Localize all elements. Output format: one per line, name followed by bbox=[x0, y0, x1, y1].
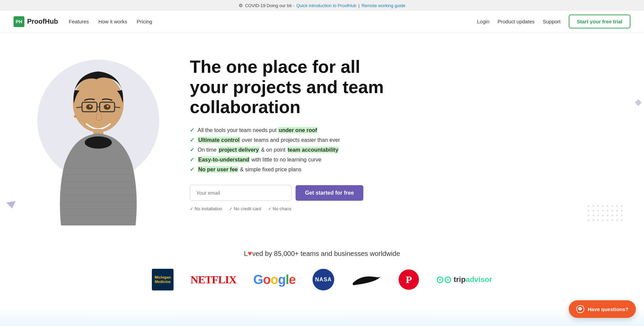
highlight-team-accountability: team accountability bbox=[287, 147, 339, 153]
no-installation: ✓ No installation bbox=[190, 206, 222, 211]
person-illustration bbox=[34, 63, 163, 229]
email-input[interactable] bbox=[190, 185, 291, 201]
nav-product-updates[interactable]: Product updates bbox=[498, 19, 535, 24]
social-proof-section: L♥ved by 85,000+ teams and businesses wo… bbox=[0, 236, 644, 307]
hero-title: The one place for all your projects and … bbox=[190, 57, 393, 117]
highlight-easy-to-understand: Easy-to-understand bbox=[198, 156, 250, 163]
cta-row: Get started for free bbox=[190, 185, 617, 201]
logos-row: MichiganMedicine NETFLIX Google NASA bbox=[7, 269, 637, 290]
highlight-no-per-user-fee: No per user fee bbox=[198, 166, 238, 173]
logo-tripadvisor: ⊙⊙ tripadvisor bbox=[436, 274, 492, 285]
check-icon-4: ✓ bbox=[190, 156, 194, 163]
highlight-ultimate-control: Ultimate control bbox=[198, 137, 240, 143]
get-started-button[interactable]: Get started for free bbox=[296, 185, 363, 201]
hero-image-side bbox=[27, 53, 169, 229]
chat-label: Have questions? bbox=[588, 306, 628, 312]
nav-links: Features How it works Pricing bbox=[69, 19, 152, 25]
svg-point-20 bbox=[74, 115, 77, 118]
logo-nasa: NASA bbox=[313, 269, 334, 290]
banner-text: COVID-19 Doing our bit - bbox=[245, 3, 294, 8]
logo-pinterest: P bbox=[399, 269, 419, 290]
check-icon-2: ✓ bbox=[190, 137, 194, 143]
banner-separator: | bbox=[358, 3, 359, 8]
no-credit-card: ✓ No credit card bbox=[229, 206, 261, 211]
feature-text-3: On time project delivery & on point team… bbox=[198, 147, 339, 153]
hero-content: The one place for all your projects and … bbox=[169, 57, 617, 225]
gear-icon: ⚙ bbox=[239, 3, 243, 8]
check-icon-3: ✓ bbox=[190, 147, 194, 153]
deco-dots bbox=[588, 205, 624, 222]
logo-text: ProofHub bbox=[27, 18, 58, 25]
chat-bubble[interactable]: 💬 Have questions? bbox=[569, 300, 636, 318]
hero-person bbox=[27, 60, 169, 229]
feature-item-2: ✓ Ultimate control over teams and projec… bbox=[190, 137, 617, 143]
banner-link1[interactable]: Quick introduction to ProofHub bbox=[296, 3, 356, 8]
logo-icon: PH bbox=[14, 16, 24, 27]
nav-support[interactable]: Support bbox=[543, 19, 561, 24]
nav-pricing[interactable]: Pricing bbox=[137, 19, 152, 24]
banner-link2[interactable]: Remote working guide bbox=[362, 3, 405, 8]
feature-text-5: No per user fee & simple fixed price pla… bbox=[198, 167, 301, 173]
highlight-under-one-roof: under one roof bbox=[278, 127, 318, 133]
top-banner: ⚙ COVID-19 Doing our bit - Quick introdu… bbox=[0, 0, 644, 11]
hero-section: The one place for all your projects and … bbox=[0, 32, 644, 236]
feature-text-1: All the tools your team needs put under … bbox=[198, 127, 318, 133]
navbar: PH ProofHub Features How it works Pricin… bbox=[0, 11, 644, 32]
loved-text-before: L bbox=[244, 250, 248, 257]
feature-item-1: ✓ All the tools your team needs put unde… bbox=[190, 127, 617, 133]
nav-how-it-works[interactable]: How it works bbox=[98, 19, 127, 24]
logo[interactable]: PH ProofHub bbox=[14, 16, 58, 27]
logo-michigan-medicine: MichiganMedicine bbox=[152, 269, 174, 290]
check-small-2: ✓ bbox=[229, 207, 233, 211]
feature-text-4: Easy-to-understand with little to no lea… bbox=[198, 157, 321, 163]
logo-google: Google bbox=[253, 273, 296, 287]
social-proof-title: L♥ved by 85,000+ teams and businesses wo… bbox=[7, 249, 637, 258]
check-small-1: ✓ bbox=[190, 207, 193, 211]
feature-text-2: Ultimate control over teams and projects… bbox=[198, 137, 340, 143]
feature-item-5: ✓ No per user fee & simple fixed price p… bbox=[190, 166, 617, 173]
cta-subtext: ✓ No installation ✓ No credit card ✓ No … bbox=[190, 206, 617, 211]
svg-point-9 bbox=[107, 105, 109, 107]
highlight-project-delivery: project delivery bbox=[218, 147, 259, 153]
check-icon-5: ✓ bbox=[190, 166, 194, 173]
logo-nike bbox=[351, 273, 382, 286]
no-chaos: ✓ No chaos bbox=[268, 206, 291, 211]
nav-features[interactable]: Features bbox=[69, 19, 89, 24]
feature-item-4: ✓ Easy-to-understand with little to no l… bbox=[190, 156, 617, 163]
svg-point-0 bbox=[73, 75, 124, 132]
feature-list: ✓ All the tools your team needs put unde… bbox=[190, 127, 617, 173]
loved-text-after: ved by 85,000+ teams and businesses worl… bbox=[252, 250, 400, 257]
start-free-trial-button[interactable]: Start your free trial bbox=[569, 15, 630, 28]
heart-icon: ♥ bbox=[248, 249, 252, 258]
deco-diamond-right bbox=[635, 99, 642, 106]
feature-item-3: ✓ On time project delivery & on point te… bbox=[190, 147, 617, 153]
check-icon-1: ✓ bbox=[190, 127, 194, 133]
bottom-teaser bbox=[0, 307, 644, 326]
tripadvisor-owl-icon: ⊙⊙ bbox=[436, 274, 451, 285]
chat-bubble-icon: 💬 bbox=[576, 305, 584, 313]
svg-point-8 bbox=[89, 105, 91, 107]
logo-netflix: NETFLIX bbox=[190, 274, 236, 286]
deco-triangle-left bbox=[6, 201, 17, 210]
svg-point-11 bbox=[85, 136, 112, 149]
nav-login[interactable]: Login bbox=[477, 19, 489, 24]
nav-right: Login Product updates Support Start your… bbox=[477, 15, 630, 28]
check-small-3: ✓ bbox=[268, 207, 271, 211]
